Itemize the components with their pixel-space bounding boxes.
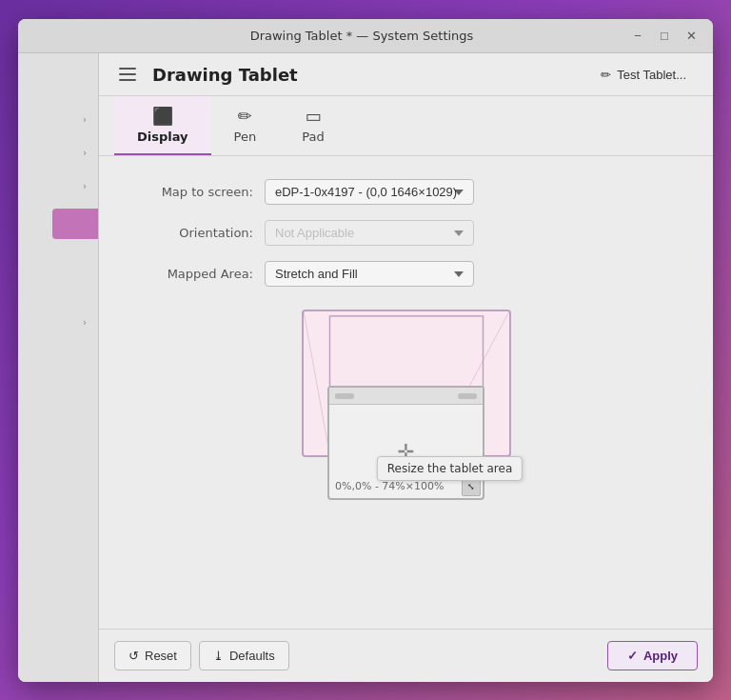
sidebar-item-3[interactable]: › bbox=[18, 171, 98, 201]
pad-icon: ▭ bbox=[305, 106, 321, 126]
tablet-preview: ✛ 0%,0% - 74%×100% ⤡ bbox=[327, 386, 484, 500]
sidebar-item-4[interactable]: › bbox=[18, 308, 98, 337]
svg-line-0 bbox=[304, 311, 329, 455]
mapped-area-row: Mapped Area: Stretch and Fill bbox=[129, 261, 682, 287]
defaults-icon: ⤓ bbox=[213, 649, 224, 663]
mapped-area-label: Mapped Area: bbox=[129, 267, 253, 281]
tablet-header-dot-right bbox=[458, 393, 477, 399]
check-icon: ✓ bbox=[627, 649, 638, 663]
orientation-label: Orientation: bbox=[129, 226, 253, 240]
window-title: Drawing Tablet * — System Settings bbox=[96, 29, 627, 43]
close-button[interactable]: ✕ bbox=[681, 26, 701, 47]
orientation-control: Not Applicable bbox=[265, 220, 474, 246]
sidebar-item-2[interactable]: › bbox=[18, 138, 98, 168]
orientation-row: Orientation: Not Applicable bbox=[129, 220, 682, 246]
hamburger-line bbox=[119, 73, 136, 75]
map-to-screen-label: Map to screen: bbox=[129, 185, 253, 199]
resize-icon: ⤡ bbox=[467, 482, 475, 491]
header-left: Drawing Tablet bbox=[114, 61, 298, 88]
page-title: Drawing Tablet bbox=[152, 65, 298, 85]
preview-wrapper: ✛ 0%,0% - 74%×100% ⤡ Resize the tablet a… bbox=[302, 310, 511, 529]
defaults-button[interactable]: ⤓ Defaults bbox=[199, 641, 289, 670]
chevron-right-icon: › bbox=[83, 317, 87, 328]
main-window: Drawing Tablet * — System Settings − □ ✕… bbox=[18, 19, 713, 682]
orientation-dropdown[interactable]: Not Applicable bbox=[265, 220, 474, 246]
tab-display[interactable]: ⬛ Display bbox=[114, 96, 211, 155]
preview-area: ✛ 0%,0% - 74%×100% ⤡ Resize the tablet a… bbox=[129, 310, 682, 529]
hamburger-line bbox=[119, 79, 136, 81]
chevron-right-icon: › bbox=[83, 148, 87, 158]
map-to-screen-dropdown[interactable]: eDP-1-0x4197 - (0,0 1646×1029) bbox=[265, 179, 474, 205]
main-content: Drawing Tablet ✏ Test Tablet... ⬛ Displa… bbox=[99, 53, 713, 682]
mapped-area-dropdown[interactable]: Stretch and Fill bbox=[265, 261, 474, 287]
sidebar-active-item[interactable] bbox=[18, 209, 98, 239]
footer-left-buttons: ↺ Reset ⤓ Defaults bbox=[114, 641, 289, 670]
pen-icon: ✏ bbox=[601, 68, 611, 82]
tab-pad[interactable]: ▭ Pad bbox=[279, 96, 346, 155]
resize-tooltip: Resize the tablet area bbox=[377, 456, 523, 481]
mapped-area-control: Stretch and Fill bbox=[265, 261, 474, 287]
minimize-button[interactable]: − bbox=[627, 26, 648, 47]
footer-bar: ↺ Reset ⤓ Defaults ✓ Apply bbox=[99, 629, 713, 682]
test-tablet-button[interactable]: ✏ Test Tablet... bbox=[589, 63, 698, 87]
main-header: Drawing Tablet ✏ Test Tablet... bbox=[99, 53, 713, 96]
hamburger-line bbox=[119, 68, 136, 70]
window-body: › › › › bbox=[18, 53, 713, 682]
tablet-coords: 0%,0% - 74%×100% bbox=[335, 480, 444, 492]
reset-icon: ↺ bbox=[128, 649, 139, 663]
sidebar-item-1[interactable]: › bbox=[18, 105, 98, 134]
maximize-button[interactable]: □ bbox=[654, 26, 675, 47]
hamburger-button[interactable] bbox=[114, 61, 141, 88]
reset-button[interactable]: ↺ Reset bbox=[114, 641, 191, 670]
tabs-row: ⬛ Display ✏ Pen ▭ Pad bbox=[99, 96, 713, 156]
tablet-header-dot bbox=[335, 393, 354, 399]
settings-area: Map to screen: eDP-1-0x4197 - (0,0 1646×… bbox=[99, 156, 713, 629]
map-to-screen-row: Map to screen: eDP-1-0x4197 - (0,0 1646×… bbox=[129, 179, 682, 205]
display-icon: ⬛ bbox=[152, 106, 173, 126]
window-controls: − □ ✕ bbox=[627, 26, 701, 47]
chevron-right-icon: › bbox=[83, 181, 87, 191]
map-to-screen-control: eDP-1-0x4197 - (0,0 1646×1029) bbox=[265, 179, 474, 205]
apply-button[interactable]: ✓ Apply bbox=[607, 641, 698, 670]
active-indicator bbox=[52, 209, 98, 239]
chevron-right-icon: › bbox=[83, 114, 87, 125]
sidebar: › › › › bbox=[18, 53, 99, 682]
pen-icon: ✏ bbox=[238, 106, 252, 126]
tab-pen[interactable]: ✏ Pen bbox=[211, 96, 280, 155]
title-bar: Drawing Tablet * — System Settings − □ ✕ bbox=[18, 19, 713, 53]
tablet-header bbox=[329, 388, 483, 405]
